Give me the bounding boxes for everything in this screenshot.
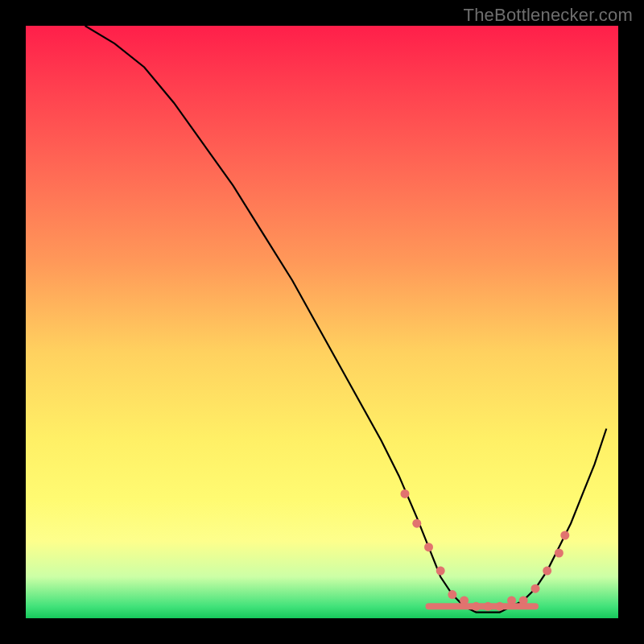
marker-dot <box>543 567 551 576</box>
marker-group <box>401 489 570 611</box>
bottleneck-curve <box>85 26 607 613</box>
marker-dot <box>555 549 564 558</box>
chart-frame: TheBottlenecker.com <box>0 0 644 644</box>
marker-dot <box>424 543 433 551</box>
attribution-label: TheBottlenecker.com <box>464 5 633 26</box>
marker-dot <box>560 531 569 540</box>
marker-dot <box>401 489 410 498</box>
marker-dot <box>436 567 445 576</box>
plot-area <box>26 26 618 618</box>
marker-dot <box>531 584 540 593</box>
marker-dot <box>412 519 421 528</box>
chart-svg <box>26 26 618 618</box>
marker-dot <box>448 590 456 599</box>
